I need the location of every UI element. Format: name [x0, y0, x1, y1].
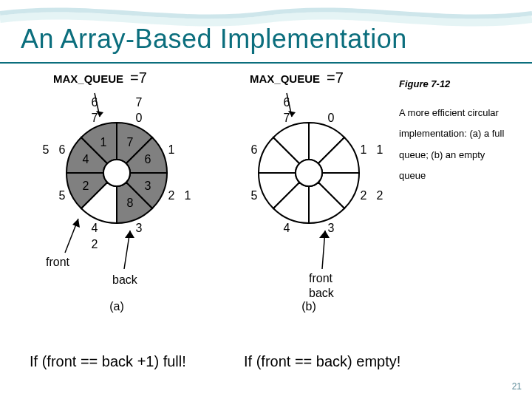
svg-point-0 — [103, 160, 130, 186]
condition-full: If (front == back +1) full! — [30, 353, 186, 370]
idx-b-4: 4 — [284, 222, 290, 234]
idx-a-7: 7 — [92, 112, 98, 124]
title-underline — [0, 62, 532, 64]
idx-a-1: 1 — [168, 143, 175, 156]
idx-b-3: 3 — [328, 222, 335, 234]
circular-queue-b: 0 1 2 3 4 5 6 7 1 2 6 front back — [213, 77, 405, 321]
val-a-7: 1 — [100, 136, 107, 149]
idx-b-5: 5 — [251, 189, 258, 202]
out-a-2: 1 — [185, 189, 191, 202]
caption-line-2: implementation: (a) a full — [399, 128, 504, 139]
idx-b-2: 2 — [361, 189, 367, 202]
idx-a-6: 6 — [59, 143, 66, 156]
idx-a-0: 0 — [136, 112, 143, 124]
page-number: 21 — [512, 381, 522, 392]
idx-a-3: 3 — [136, 222, 143, 234]
out-b-3: 2 — [377, 189, 383, 202]
front-label-a: front — [46, 256, 70, 268]
back-label-b: back — [309, 287, 335, 299]
caption-line-4: queue — [399, 170, 426, 181]
idx-b-7: 7 — [284, 112, 290, 124]
condition-empty: If (front == back) empty! — [244, 353, 400, 370]
val-a-1: 6 — [145, 153, 151, 166]
sublabel-a: (a) — [109, 300, 124, 313]
val-a-3: 8 — [127, 197, 134, 209]
idx-a-5: 5 — [59, 189, 66, 202]
idx-b-6: 6 — [251, 143, 258, 156]
circular-queue-a: 0 1 2 3 4 5 6 7 7 6 3 8 2 4 1 7 1 2 — [21, 77, 213, 321]
idx-b-0: 0 — [328, 112, 335, 124]
out-a-6: 5 — [43, 143, 50, 156]
idx-a-4: 4 — [92, 222, 98, 234]
svg-marker-4 — [72, 219, 80, 228]
idx-a-2: 2 — [168, 189, 175, 202]
val-a-5: 2 — [83, 180, 89, 192]
figure-number: Figure 7-12 — [399, 74, 517, 95]
val-a-0: 7 — [127, 136, 134, 149]
back-label-a: back — [112, 273, 138, 286]
out-b-1: 1 — [377, 143, 383, 156]
sublabel-b: (b) — [301, 300, 316, 313]
out-a-4: 2 — [92, 238, 98, 250]
page-title: An Array-Based Implementation — [21, 24, 407, 55]
svg-marker-6 — [125, 231, 134, 238]
val-a-6: 4 — [83, 153, 89, 166]
front-label-b: front — [309, 272, 333, 284]
caption-line-3: queue; (b) an empty — [399, 149, 485, 160]
val-a-2: 3 — [145, 180, 151, 192]
idx-b-1: 1 — [361, 143, 367, 156]
figure-caption: Figure 7-12 A more efficient circular im… — [399, 74, 517, 187]
caption-line-1: A more efficient circular — [399, 107, 499, 118]
svg-point-7 — [296, 160, 322, 186]
out-a-0: 7 — [136, 96, 143, 109]
